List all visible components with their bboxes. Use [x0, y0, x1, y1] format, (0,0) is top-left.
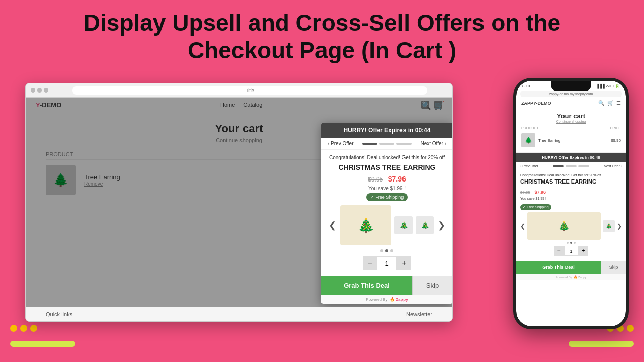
- progress-seg-1: [362, 143, 377, 145]
- mobile-screen: 8:10 ▐▐▐ WiFi 🔋 zappy-demo.myshopify.com…: [516, 81, 626, 326]
- page-title: Display Upsell and Cross-Sell Offers on …: [30, 9, 614, 64]
- dot-3: [390, 249, 393, 252]
- progress-seg-2: [379, 143, 394, 145]
- mobile-free-shipping-label: ✓ Free Shipping: [523, 205, 549, 209]
- prev-offer-btn[interactable]: ‹ Prev Offer: [328, 141, 354, 146]
- mobile-qty-value: 1: [564, 246, 578, 256]
- mobile-signal-icons: ▐▐▐ WiFi 🔋: [596, 84, 620, 88]
- mobile-grab-deal-btn[interactable]: Grab This Deal: [516, 261, 601, 274]
- popup-overlay: HURRY! Offer Expires in 00:44 ‹ Prev Off…: [26, 98, 452, 321]
- mobile-search-icon[interactable]: 🔍: [598, 100, 604, 106]
- mobile-shop-nav: ZAPPY-DEMO 🔍 🛒 ☰: [516, 98, 626, 108]
- cart-footer: Quick links Newsletter: [26, 307, 452, 321]
- free-shipping-label: ✓ Free Shipping: [370, 195, 404, 200]
- mobile-cart-icon[interactable]: 🛒: [607, 100, 613, 106]
- qty-value: 1: [377, 256, 397, 270]
- skip-btn[interactable]: Skip: [412, 276, 452, 295]
- zappy-brand: 🔥 Zappy: [390, 297, 408, 302]
- mobile-popup-title: CHRISTMAS TREE EARRING: [520, 178, 622, 185]
- next-offer-btn[interactable]: Next Offer ›: [421, 141, 447, 146]
- mobile-menu-icon[interactable]: ☰: [616, 100, 621, 106]
- mobile-progress-2: [566, 165, 577, 167]
- mobile-images: ❮ 🎄 🎄 ❯: [520, 212, 622, 240]
- grab-deal-btn[interactable]: Grab This Deal: [321, 276, 412, 295]
- qty-decrease-btn[interactable]: −: [363, 256, 377, 270]
- mobile-powered: Powered By: 🔥 Zappy: [516, 274, 626, 280]
- popup-product-title: CHRISTMAS TREE EARRING: [328, 163, 446, 171]
- mobile-shop-logo: ZAPPY-DEMO: [521, 101, 551, 106]
- qty-increase-btn[interactable]: +: [397, 256, 411, 270]
- mobile-cart-subtitle[interactable]: Continue shopping: [521, 120, 621, 123]
- mobile-next-offer[interactable]: Next Offer ›: [604, 164, 622, 168]
- dot-yellow-3: [30, 325, 37, 332]
- mobile-item-price: $9.95: [611, 138, 621, 143]
- mobile-image-dots: [520, 242, 622, 244]
- popup-powered-by: Powered By: 🔥 Zappy: [321, 295, 452, 304]
- mobile-prev-offer[interactable]: ‹ Prev Offer: [520, 164, 538, 168]
- mobile-popup-header: HURRY! Offer Expires in 00:48: [516, 153, 626, 162]
- mobile-popup-congrats: Congratulations! Deal unlocked! Get this…: [520, 173, 622, 177]
- newsletter[interactable]: Newsletter: [406, 311, 432, 317]
- popup-qty-selector: − 1 +: [328, 256, 446, 270]
- popup-main-image: 🎄: [340, 205, 391, 245]
- mobile-col-product: PRODUCT: [521, 126, 539, 130]
- mobile-savings: You save $1.99 !: [520, 197, 622, 200]
- page-header: Display Upsell and Cross-Sell Offers on …: [0, 0, 644, 69]
- mobile-col-price: PRICE: [610, 126, 621, 130]
- mobile-cart-title: Your cart: [521, 112, 621, 120]
- mobile-qty-decrease[interactable]: −: [554, 246, 564, 256]
- mobile-popup-body: Congratulations! Deal unlocked! Get this…: [516, 170, 626, 261]
- mobile-prev-img[interactable]: ❮: [520, 223, 525, 230]
- mobile-free-shipping: ✓ Free Shipping: [520, 204, 551, 210]
- progress-bar: [362, 143, 412, 145]
- desktop-browser-mockup: Title Y-DEMO Home Catalog 🔍 🛒 Your cart …: [25, 83, 453, 322]
- browser-url-bar: Title: [72, 86, 427, 95]
- mobile-dot-2: [570, 242, 572, 244]
- quick-links[interactable]: Quick links: [46, 311, 72, 317]
- browser-toolbar: Title: [26, 83, 452, 98]
- mobile-progress-1: [553, 165, 564, 167]
- mobile-url-bar[interactable]: zappy-demo.myshopify.com: [520, 90, 622, 97]
- popup-pricing: $9.95 $7.96: [328, 174, 446, 184]
- progress-seg-3: [396, 143, 412, 145]
- popup-footer: Grab This Deal Skip: [321, 276, 452, 295]
- popup-nav: ‹ Prev Offer Next Offer ›: [321, 138, 452, 150]
- mobile-next-img[interactable]: ❯: [617, 223, 622, 230]
- browser-dot-3: [44, 88, 48, 93]
- mobile-dot-3: [574, 242, 576, 244]
- dot-yellow-2: [20, 325, 27, 332]
- mobile-notch: [551, 81, 591, 91]
- dots-left: [10, 325, 37, 332]
- mobile-progress-bar: [553, 165, 589, 167]
- mobile-time: 8:10: [522, 84, 530, 88]
- mobile-dot-1: [567, 242, 569, 244]
- mobile-qty-increase[interactable]: +: [578, 246, 588, 256]
- mobile-item-name: Tree Earring: [538, 138, 560, 143]
- next-image-btn[interactable]: ❯: [437, 219, 446, 232]
- mobile-mockup: 8:10 ▐▐▐ WiFi 🔋 zappy-demo.myshopify.com…: [513, 78, 629, 329]
- upsell-popup: HURRY! Offer Expires in 00:44 ‹ Prev Off…: [321, 123, 452, 304]
- mobile-main-image: 🎄: [527, 212, 601, 240]
- mobile-popup-footer: Grab This Deal Skip: [516, 261, 626, 274]
- popup-savings: You save $1.99 !: [328, 186, 446, 191]
- popup-image-dots: [328, 249, 446, 252]
- dot-right-yellow-3: [627, 325, 634, 332]
- popup-free-shipping: ✓ Free Shipping: [366, 193, 408, 201]
- popup-thumb-1[interactable]: 🎄: [394, 216, 413, 234]
- dot-2: [385, 249, 388, 252]
- mobile-cart-area: Your cart Continue shopping PRODUCT PRIC…: [516, 108, 626, 151]
- browser-content: Y-DEMO Home Catalog 🔍 🛒 Your cart Contin…: [26, 98, 452, 321]
- dot-yellow: [10, 325, 17, 332]
- popup-thumb-2[interactable]: 🎄: [416, 216, 434, 234]
- mobile-skip-btn[interactable]: Skip: [601, 261, 626, 274]
- popup-new-price: $7.96: [388, 175, 406, 183]
- yellow-bar-left: [10, 341, 75, 347]
- popup-header: HURRY! Offer Expires in 00:44: [321, 123, 452, 138]
- mobile-progress-3: [578, 165, 589, 167]
- mobile-thumb-1[interactable]: 🎄: [603, 220, 615, 232]
- prev-image-btn[interactable]: ❮: [328, 219, 337, 232]
- popup-congrats: Congratulations! Deal unlocked! Get this…: [328, 155, 446, 160]
- popup-body: Congratulations! Deal unlocked! Get this…: [321, 150, 452, 276]
- mobile-new-price: $7.96: [534, 190, 546, 195]
- browser-dot-1: [31, 88, 35, 93]
